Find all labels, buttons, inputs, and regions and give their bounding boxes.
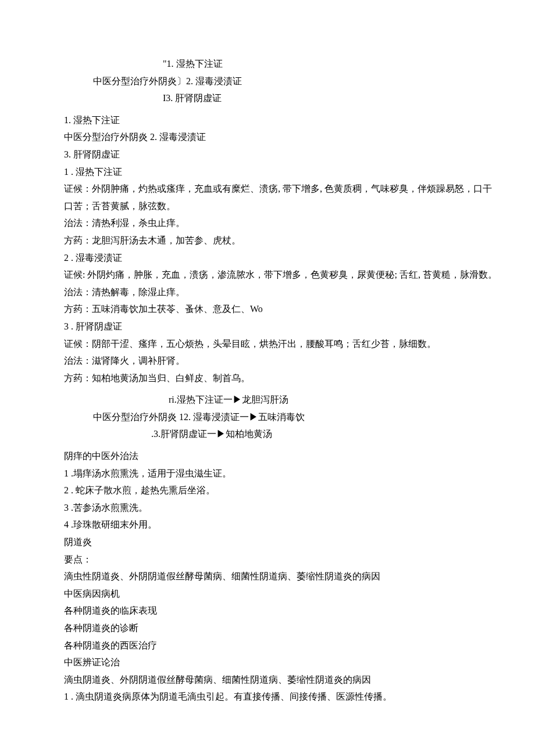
section2-zhenghou: 证候: 外阴灼痛，肿胀，充血，溃疡，渗流脓水，带下增多，色黄秽臭，尿黄便秘; 舌…: [35, 266, 500, 284]
ydy-line-5: 各种阴道炎的西医治疗: [35, 637, 500, 654]
section3-fangyao: 方药：知柏地黄汤加当归、白鲜皮、制首乌。: [35, 370, 500, 387]
ydy-line-7: 滴虫阴道炎、外阴阴道假丝酵母菌病、细菌性阴道病、萎缩性阴道炎的病因: [35, 671, 500, 689]
waizhi-item-1: 1 .塌痒汤水煎熏洗，适用于湿虫滋生证。: [35, 465, 500, 482]
ydy-title: 阴道炎: [35, 533, 500, 551]
ydy-line-1: 滴虫性阴道炎、外阴阴道假丝酵母菌病、细菌性阴道病、萎缩性阴道炎的病因: [35, 568, 500, 585]
section1-fangyao: 方药：龙胆泻肝汤去木通，加苦参、虎杖。: [35, 232, 500, 249]
section1-title: 1 . 湿热下注证: [35, 163, 500, 181]
section1-zhenghou: 证候：外阴肿痛，灼热或瘙痒，充血或有糜烂、溃疡, 带下增多, 色黄质稠，气味秽臭…: [35, 180, 500, 214]
section2-fangyao: 方药：五味消毒饮加土茯苓、蚤休、意及仁、Wo: [35, 300, 500, 318]
mapping-line-1: ri.湿热下注证一▶龙胆泻肝汤: [35, 391, 500, 409]
waizhi-item-3: 3 .苦参汤水煎熏洗。: [35, 499, 500, 517]
section3-zhifa: 治法：滋肾降火，调补肝肾。: [35, 352, 500, 370]
mapping-line-3: .3.肝肾阴虚证一▶知柏地黄汤: [35, 425, 500, 443]
intro-line-3: 3. 肝肾阴虚证: [35, 146, 500, 163]
section2-zhifa: 治法：清热解毒，除湿止痒。: [35, 284, 500, 301]
ydy-line-2: 中医病因病机: [35, 585, 500, 603]
header-line-3: I3. 肝肾阴虚证: [35, 89, 500, 107]
section1-zhifa: 治法：清热利湿，杀虫止痒。: [35, 214, 500, 232]
header-line-2: 中医分型治疗外阴炎〕2. 湿毒浸渍证: [35, 73, 500, 90]
ydy-line-6: 中医辨证论治: [35, 654, 500, 671]
header-line-1: "1. 湿热下注证: [35, 55, 500, 73]
section3-title: 3 . 肝肾阴虚证: [35, 318, 500, 335]
intro-line-2: 中医分型治疗外阴炎 2. 湿毒浸渍证: [35, 128, 500, 146]
section2-title: 2 . 湿毒浸渍证: [35, 249, 500, 267]
ydy-yaodian: 要点：: [35, 551, 500, 568]
waizhi-item-2: 2 . 蛇床子散水煎，趁热先熏后坐浴。: [35, 482, 500, 499]
ydy-line-8: 1 . 滴虫阴道炎病原体为阴道毛滴虫引起。有直接传播、间接传播、医源性传播。: [35, 688, 500, 705]
ydy-line-3: 各种阴道炎的临床表现: [35, 602, 500, 619]
intro-line-1: 1. 湿热下注证: [35, 112, 500, 129]
waizhi-item-4: 4 .珍珠散研细末外用。: [35, 516, 500, 533]
waizhi-title: 阴痒的中医外治法: [35, 447, 500, 465]
section3-zhenghou: 证候：阴部干涩、瘙痒，五心烦热，头晕目眩，烘热汗出，腰酸耳鸣；舌红少苔，脉细数。: [35, 335, 500, 353]
mapping-line-2: 中医分型治疗外阴炎 12. 湿毒浸渍证一▶五味消毒饮: [35, 409, 500, 426]
ydy-line-4: 各种阴道炎的诊断: [35, 619, 500, 637]
